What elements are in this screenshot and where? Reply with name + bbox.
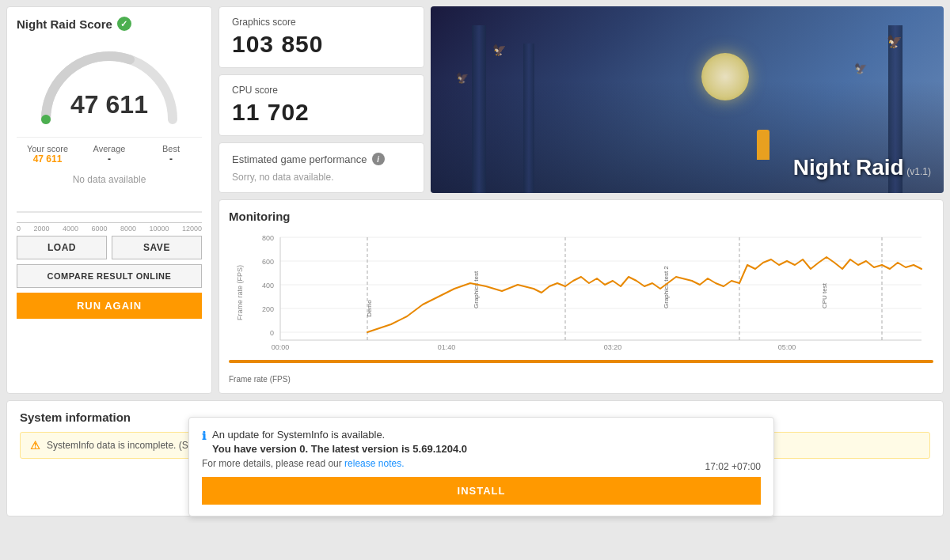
svg-point-0 xyxy=(41,115,51,124)
svg-text:200: 200 xyxy=(262,305,274,313)
svg-text:Frame rate (FPS): Frame rate (FPS) xyxy=(236,265,244,320)
benchmark-version: (v1.1) xyxy=(906,166,931,177)
warning-icon: ⚠ xyxy=(30,439,40,452)
bar-chart-svg xyxy=(17,188,202,220)
svg-text:03:20: 03:20 xyxy=(604,343,622,351)
benchmark-title: Night Raid (v1.1) xyxy=(793,155,931,180)
svg-text:01:40: 01:40 xyxy=(438,343,456,351)
timestamp: 17:02 +07:00 xyxy=(705,461,761,472)
bottom-section: System information ⚠ SystemInfo data is … xyxy=(6,400,944,516)
estimated-header: Estimated game performance i xyxy=(232,153,411,165)
chart-container: 800 600 400 200 0 Frame rate (FPS) De xyxy=(229,229,933,372)
bird-2: 🦅 xyxy=(492,44,506,56)
update-bold-text: You have version 0. The latest version i… xyxy=(212,443,467,455)
your-score-col: Your score 47 611 xyxy=(17,144,78,165)
action-buttons: LOAD SAVE xyxy=(17,236,202,259)
bird-4: 🦅 xyxy=(854,62,867,74)
svg-text:600: 600 xyxy=(262,258,274,266)
chart-svg: 800 600 400 200 0 Frame rate (FPS) De xyxy=(229,229,933,356)
best-value: - xyxy=(140,153,202,165)
your-score-label: Your score xyxy=(17,144,78,153)
check-icon: ✓ xyxy=(117,17,131,31)
benchmark-image: 🦅 🦅 🦅 🦅 Night Raid (v1.1) xyxy=(431,6,944,193)
image-panel: 🦅 🦅 🦅 🦅 Night Raid (v1.1) xyxy=(431,6,944,193)
bar-axis: 0 2000 4000 6000 8000 10000 12000 xyxy=(17,222,202,233)
score-panel: Night Raid Score ✓ 47 611 Your score xyxy=(6,6,212,394)
release-notes-link[interactable]: release notes. xyxy=(344,458,404,469)
average-col: Average - xyxy=(78,144,140,165)
pillar-left xyxy=(472,25,486,193)
bird-3: 🦅 xyxy=(456,72,469,84)
save-button[interactable]: SAVE xyxy=(112,236,202,259)
best-col: Best - xyxy=(140,144,202,165)
graphics-score-label: Graphics score xyxy=(232,17,411,28)
update-text-block: An update for SystemInfo is available. Y… xyxy=(212,429,467,455)
score-comparison: Your score 47 611 Average - Best - xyxy=(17,137,202,165)
update-notification: ℹ An update for SystemInfo is available.… xyxy=(188,417,774,516)
gauge-value: 47 611 xyxy=(70,90,148,119)
scene-moon xyxy=(701,53,749,100)
install-button[interactable]: INSTALL xyxy=(202,477,761,505)
scores-and-image: Graphics score 103 850 CPU score 11 702 … xyxy=(218,6,944,193)
run-again-button[interactable]: RUN AGAIN xyxy=(17,293,202,319)
monitoring-title: Monitoring xyxy=(229,210,933,223)
middle-right: Graphics score 103 850 CPU score 11 702 … xyxy=(218,6,944,394)
load-button[interactable]: LOAD xyxy=(17,236,107,259)
benchmark-name: Night Raid xyxy=(793,155,904,180)
pillar-mid xyxy=(523,44,534,193)
svg-text:0: 0 xyxy=(270,329,274,337)
update-main-text: An update for SystemInfo is available. xyxy=(212,429,385,441)
svg-text:400: 400 xyxy=(262,282,274,289)
update-info-row: ℹ An update for SystemInfo is available.… xyxy=(202,429,761,455)
svg-text:05:00: 05:00 xyxy=(778,343,796,351)
bar-chart-area: No data available 0 2000 4000 6000 8000 … xyxy=(17,174,202,229)
graphics-score-box: Graphics score 103 850 xyxy=(218,6,424,68)
cpu-score-value: 11 702 xyxy=(232,99,411,126)
average-value: - xyxy=(78,153,140,165)
estimated-title: Estimated game performance xyxy=(232,153,367,165)
svg-text:CPU test: CPU test xyxy=(821,282,828,308)
score-title: Night Raid Score ✓ xyxy=(17,17,131,31)
estimated-no-data: Sorry, no data available. xyxy=(232,172,411,183)
monitoring-panel: Monitoring 800 600 xyxy=(218,199,944,394)
svg-text:Demo: Demo xyxy=(366,300,373,317)
average-label: Average xyxy=(78,144,140,153)
update-sub-text: For more details, please read our releas… xyxy=(202,458,761,469)
cpu-score-box: CPU score 11 702 xyxy=(218,74,424,136)
no-data-label: No data available xyxy=(17,174,202,185)
chart-footer: Frame rate (FPS) xyxy=(229,375,933,384)
best-label: Best xyxy=(140,144,202,153)
gauge-container: 47 611 xyxy=(30,40,188,127)
svg-text:Graphics test: Graphics test xyxy=(473,271,480,308)
update-info-icon: ℹ xyxy=(202,429,206,442)
svg-text:800: 800 xyxy=(262,234,274,242)
score-title-text: Night Raid Score xyxy=(17,17,112,31)
orange-bar xyxy=(229,360,933,363)
estimated-info-icon[interactable]: i xyxy=(372,153,385,165)
graphics-score-value: 103 850 xyxy=(232,31,411,58)
figure xyxy=(757,130,770,160)
estimated-box: Estimated game performance i Sorry, no d… xyxy=(218,142,424,193)
svg-text:00:00: 00:00 xyxy=(272,343,290,351)
scores-middle: Graphics score 103 850 CPU score 11 702 … xyxy=(218,6,424,193)
compare-button[interactable]: COMPARE RESULT ONLINE xyxy=(17,264,202,288)
bird-1: 🦅 xyxy=(887,34,902,49)
your-score-value: 47 611 xyxy=(17,153,78,165)
cpu-score-label: CPU score xyxy=(232,85,411,96)
